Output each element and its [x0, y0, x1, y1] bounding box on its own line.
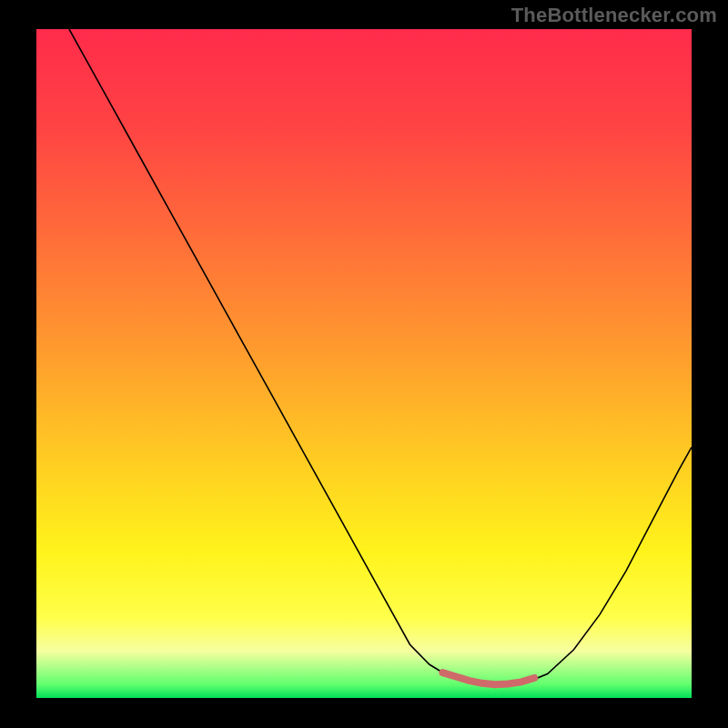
- chart-frame: TheBottlenecker.com: [0, 0, 728, 728]
- attribution-label: TheBottlenecker.com: [511, 4, 717, 27]
- bottleneck-chart: [36, 29, 692, 698]
- gradient-background: [36, 29, 692, 698]
